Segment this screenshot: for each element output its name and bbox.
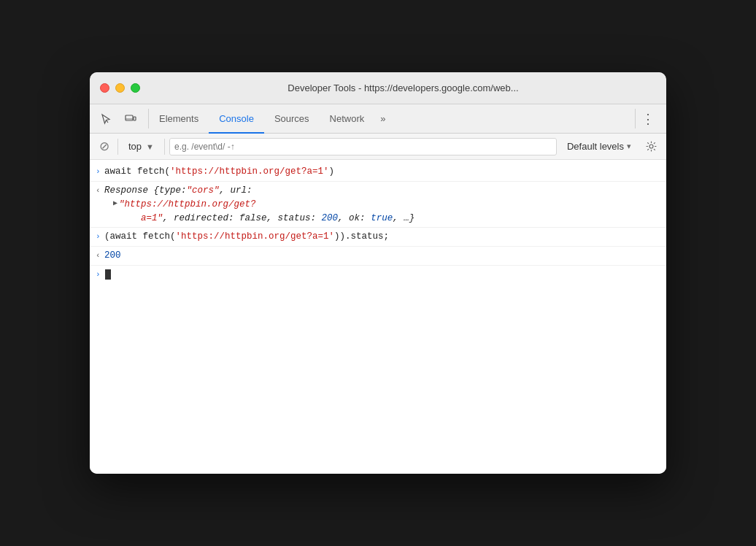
levels-dropdown-arrow: ▾ <box>627 142 631 151</box>
console-input-line[interactable] <box>104 268 666 282</box>
console-line-4: 200 <box>104 249 666 263</box>
console-row-1: › await fetch('https://httpbin.org/get?a… <box>90 163 666 182</box>
context-label: top <box>128 141 142 152</box>
tab-network[interactable]: Network <box>320 105 375 134</box>
input-arrow-5[interactable]: › <box>90 268 104 282</box>
context-dropdown-arrow: ▼ <box>146 142 154 151</box>
traffic-lights <box>100 83 140 93</box>
toolbar-separator <box>117 139 118 155</box>
settings-gear-button[interactable] <box>641 137 660 156</box>
minimize-button[interactable] <box>115 83 125 93</box>
window-title: Developer Tools - https://developers.goo… <box>150 82 656 93</box>
clear-console-button[interactable]: ⊘ <box>96 138 113 155</box>
tab-sources[interactable]: Sources <box>264 105 320 134</box>
context-selector[interactable]: top ▼ <box>123 139 160 154</box>
svg-rect-2 <box>134 117 136 120</box>
cursor-icon[interactable] <box>96 109 116 129</box>
console-line-1: await fetch('https://httpbin.org/get?a=1… <box>104 165 666 179</box>
tab-spacer <box>392 104 635 133</box>
tab-elements[interactable]: Elements <box>149 105 209 134</box>
console-line-3: (await fetch('https://httpbin.org/get?a=… <box>104 230 666 244</box>
device-toggle-icon[interactable] <box>120 109 141 129</box>
close-button[interactable] <box>100 83 109 93</box>
maximize-button[interactable] <box>131 83 140 93</box>
console-row-2: ‹ Response {type: "cors", url: ▶ "https:… <box>90 182 666 228</box>
cursor <box>105 269 111 280</box>
console-toolbar: ⊘ top ▼ Default levels ▾ <box>90 134 666 160</box>
devtools-window: Developer Tools - https://developers.goo… <box>90 72 666 474</box>
svg-point-4 <box>649 145 653 148</box>
filter-input[interactable] <box>169 138 557 155</box>
input-arrow-3[interactable]: › <box>90 230 104 244</box>
svg-rect-1 <box>126 115 133 120</box>
console-output: › await fetch('https://httpbin.org/get?a… <box>90 160 666 474</box>
input-arrow-1[interactable]: › <box>90 165 104 179</box>
toolbar-icons <box>96 104 141 133</box>
console-row-5[interactable]: › <box>90 266 666 284</box>
devtools-menu-button[interactable]: ⋮ <box>636 104 660 133</box>
svg-line-0 <box>107 120 109 123</box>
levels-label: Default levels <box>567 141 624 152</box>
log-levels-selector[interactable]: Default levels ▾ <box>561 139 637 154</box>
output-arrow-2: ‹ <box>90 184 104 198</box>
expand-response-arrow[interactable]: ▶ <box>113 198 117 209</box>
output-arrow-4: ‹ <box>90 249 104 263</box>
tabs-bar: Elements Console Sources Network » ⋮ <box>90 104 666 134</box>
toolbar-separator-2 <box>164 139 165 155</box>
console-row-3: › (await fetch('https://httpbin.org/get?… <box>90 228 666 247</box>
console-row-4: ‹ 200 <box>90 247 666 266</box>
tab-console[interactable]: Console <box>209 105 264 134</box>
console-line-2: Response {type: "cors", url: ▶ "https://… <box>104 184 666 225</box>
more-tabs-button[interactable]: » <box>374 104 391 133</box>
output-value-200: 200 <box>104 250 121 261</box>
title-bar: Developer Tools - https://developers.goo… <box>90 72 666 104</box>
